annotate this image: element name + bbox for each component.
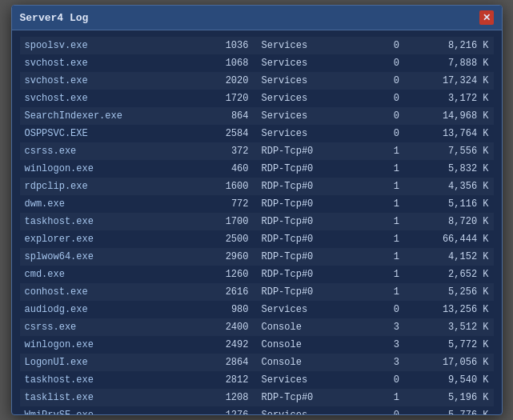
- process-name: svchost.exe: [20, 72, 192, 90]
- process-session-num: 0: [375, 371, 407, 389]
- process-memory: 13,256 K: [407, 301, 494, 318]
- process-pid: 1260: [192, 266, 257, 283]
- process-session: RDP-Tcp#0: [256, 195, 375, 213]
- process-memory: 5,832 K: [407, 160, 494, 178]
- process-pid: 2020: [192, 72, 257, 90]
- table-row: LogonUI.exe 2864 Console 3 17,056 K: [20, 354, 494, 371]
- process-session-num: 1: [375, 266, 407, 283]
- process-pid: 1068: [192, 54, 257, 72]
- process-session-num: 0: [375, 406, 407, 414]
- process-memory: 2,652 K: [407, 266, 494, 283]
- process-session: RDP-Tcp#0: [256, 283, 375, 301]
- process-pid: 1600: [192, 178, 257, 195]
- table-row: WmiPrvSE.exe 1276 Services 0 5,776 K: [20, 406, 494, 414]
- table-row: csrss.exe 2400 Console 3 3,512 K: [20, 318, 494, 336]
- table-row: conhost.exe 2616 RDP-Tcp#0 1 5,256 K: [20, 283, 494, 301]
- process-pid: 2616: [192, 283, 257, 301]
- process-session: Services: [256, 54, 375, 72]
- process-session: Console: [256, 336, 375, 354]
- table-row: taskhost.exe 1700 RDP-Tcp#0 1 8,720 K: [20, 213, 494, 230]
- table-row: taskhost.exe 2812 Services 0 9,540 K: [20, 371, 494, 389]
- process-session-num: 0: [375, 54, 407, 72]
- process-memory: 8,216 K: [407, 37, 494, 54]
- table-row: rdpclip.exe 1600 RDP-Tcp#0 1 4,356 K: [20, 178, 494, 195]
- table-row: svchost.exe 1720 Services 0 3,172 K: [20, 90, 494, 107]
- process-session: Console: [256, 354, 375, 371]
- process-list-container: spoolsv.exe 1036 Services 0 8,216 K svch…: [12, 30, 502, 414]
- process-memory: 17,324 K: [407, 72, 494, 90]
- process-session-num: 1: [375, 248, 407, 266]
- table-row: cmd.exe 1260 RDP-Tcp#0 1 2,652 K: [20, 266, 494, 283]
- process-name: taskhost.exe: [20, 213, 192, 230]
- process-memory: 4,356 K: [407, 178, 494, 195]
- process-name: dwm.exe: [20, 195, 192, 213]
- process-pid: 1208: [192, 389, 257, 406]
- process-session-num: 1: [375, 230, 407, 248]
- process-session-num: 1: [375, 160, 407, 178]
- process-memory: 4,152 K: [407, 248, 494, 266]
- process-name: OSPPSVC.EXE: [20, 125, 192, 142]
- table-row: winlogon.exe 460 RDP-Tcp#0 1 5,832 K: [20, 160, 494, 178]
- process-session-num: 1: [375, 389, 407, 406]
- process-pid: 2812: [192, 371, 257, 389]
- process-pid: 864: [192, 107, 257, 125]
- process-session: RDP-Tcp#0: [256, 230, 375, 248]
- process-table: spoolsv.exe 1036 Services 0 8,216 K svch…: [20, 37, 494, 414]
- process-session-num: 0: [375, 90, 407, 107]
- process-session-num: 1: [375, 213, 407, 230]
- process-name: svchost.exe: [20, 54, 192, 72]
- table-row: tasklist.exe 1208 RDP-Tcp#0 1 5,196 K: [20, 389, 494, 406]
- process-pid: 1700: [192, 213, 257, 230]
- process-session-num: 0: [375, 72, 407, 90]
- process-pid: 772: [192, 195, 257, 213]
- window-title: Server4 Log: [20, 12, 89, 24]
- process-session-num: 1: [375, 142, 407, 160]
- process-session: RDP-Tcp#0: [256, 389, 375, 406]
- process-name: svchost.exe: [20, 90, 192, 107]
- table-row: explorer.exe 2500 RDP-Tcp#0 1 66,444 K: [20, 230, 494, 248]
- process-session-num: 1: [375, 283, 407, 301]
- table-row: SearchIndexer.exe 864 Services 0 14,968 …: [20, 107, 494, 125]
- process-memory: 5,776 K: [407, 406, 494, 414]
- process-session-num: 3: [375, 354, 407, 371]
- process-session: Services: [256, 37, 375, 54]
- process-pid: 980: [192, 301, 257, 318]
- close-button[interactable]: ✕: [479, 10, 494, 25]
- process-session-num: 3: [375, 336, 407, 354]
- table-row: svchost.exe 2020 Services 0 17,324 K: [20, 72, 494, 90]
- process-session: Console: [256, 318, 375, 336]
- table-row: dwm.exe 772 RDP-Tcp#0 1 5,116 K: [20, 195, 494, 213]
- process-session: RDP-Tcp#0: [256, 142, 375, 160]
- process-pid: 2864: [192, 354, 257, 371]
- process-pid: 1720: [192, 90, 257, 107]
- process-name: audiodg.exe: [20, 301, 192, 318]
- process-pid: 372: [192, 142, 257, 160]
- process-session: Services: [256, 107, 375, 125]
- process-session-num: 1: [375, 195, 407, 213]
- process-pid: 1276: [192, 406, 257, 414]
- process-memory: 14,968 K: [407, 107, 494, 125]
- table-row: csrss.exe 372 RDP-Tcp#0 1 7,556 K: [20, 142, 494, 160]
- process-session-num: 1: [375, 178, 407, 195]
- process-session: Services: [256, 72, 375, 90]
- process-name: conhost.exe: [20, 283, 192, 301]
- process-name: cmd.exe: [20, 266, 192, 283]
- process-name: SearchIndexer.exe: [20, 107, 192, 125]
- process-session-num: 0: [375, 37, 407, 54]
- process-memory: 9,540 K: [407, 371, 494, 389]
- process-session: Services: [256, 371, 375, 389]
- process-memory: 7,556 K: [407, 142, 494, 160]
- process-memory: 17,056 K: [407, 354, 494, 371]
- process-name: spoolsv.exe: [20, 37, 192, 54]
- process-memory: 66,444 K: [407, 230, 494, 248]
- table-row: svchost.exe 1068 Services 0 7,888 K: [20, 54, 494, 72]
- table-row: spoolsv.exe 1036 Services 0 8,216 K: [20, 37, 494, 54]
- process-name: taskhost.exe: [20, 371, 192, 389]
- process-memory: 3,512 K: [407, 318, 494, 336]
- process-name: csrss.exe: [20, 142, 192, 160]
- process-session: RDP-Tcp#0: [256, 178, 375, 195]
- process-pid: 2492: [192, 336, 257, 354]
- process-name: winlogon.exe: [20, 160, 192, 178]
- process-pid: 1036: [192, 37, 257, 54]
- process-session: Services: [256, 125, 375, 142]
